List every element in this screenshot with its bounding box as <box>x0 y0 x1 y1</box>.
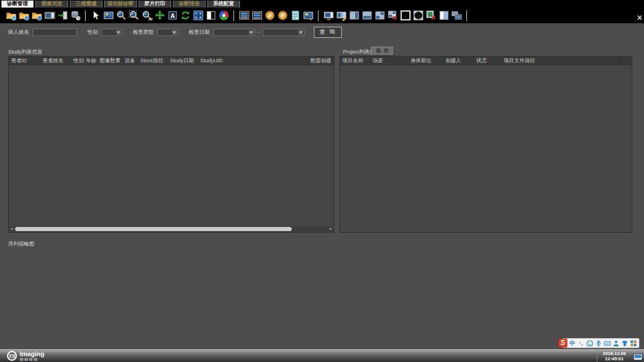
project-column-2[interactable]: 身体部位 <box>408 57 443 65</box>
save-button[interactable]: 保 存 <box>371 47 394 56</box>
scroll-thumb[interactable] <box>15 227 292 231</box>
project-table: 项目名称场景身体部位创建人状态项目文件路径 <box>339 56 632 233</box>
pan-icon[interactable] <box>153 9 166 22</box>
ime-keyboard-icon[interactable] <box>604 339 611 347</box>
layout-close-icon[interactable] <box>386 9 399 22</box>
study-column-4[interactable]: 图像数量 <box>97 57 122 65</box>
exam-type-select[interactable]: ▼ <box>157 29 178 36</box>
tab-diagnosis-management[interactable]: 诊断管理 <box>1 1 34 8</box>
cine-multi-icon[interactable] <box>450 9 463 22</box>
split-vertical-icon[interactable] <box>437 9 450 22</box>
project-column-4[interactable]: 状态 <box>474 57 501 65</box>
app-window: { "window": { "close_glyph": "✕" }, "tab… <box>0 0 644 362</box>
exam-date-label: 检查日期 <box>189 29 210 36</box>
project-column-6[interactable] <box>619 56 632 65</box>
ime-toolbox-icon[interactable] <box>630 339 637 347</box>
svg-text:x2: x2 <box>148 17 153 21</box>
study-column-5[interactable]: 设备 <box>122 57 138 65</box>
toolbar-separator <box>318 10 319 21</box>
patient-name-input[interactable] <box>33 29 77 36</box>
study-table: 患者ID患者姓名性别年龄图像数量设备Store路径Study日期StudyUID… <box>8 56 334 233</box>
chevron-down-icon: ▼ <box>172 30 177 35</box>
exam-date-to-select[interactable]: ▼ <box>263 29 305 36</box>
save-image-icon[interactable] <box>302 9 314 22</box>
taskbar-clock[interactable]: 2018.12.06 12:45:01 <box>597 350 631 362</box>
tab-diagnosis-report[interactable]: 诊断报告 <box>173 1 206 8</box>
study-column-6[interactable]: Store路径 <box>138 57 168 65</box>
query-button[interactable]: 查 询 <box>314 27 342 38</box>
roi-rectangle-icon[interactable] <box>399 9 412 22</box>
open-folder-settings-icon[interactable] <box>5 9 17 22</box>
study-column-8[interactable]: StudyUID <box>198 58 305 63</box>
scroll-right-icon[interactable]: ► <box>328 226 333 232</box>
project-column-5[interactable]: 项目文件路径 <box>501 57 619 65</box>
scroll-left-icon[interactable]: ◄ <box>9 226 14 232</box>
ime-mode-chinese-icon[interactable]: 中 <box>569 339 576 347</box>
ime-person-icon[interactable] <box>613 339 620 347</box>
export-study-icon[interactable] <box>56 9 69 22</box>
layout-monitor-icon[interactable] <box>322 9 335 22</box>
logo-subtext <box>20 358 44 361</box>
study-column-0[interactable]: 患者ID <box>9 57 40 65</box>
scroll-track[interactable] <box>14 226 328 232</box>
study-column-7[interactable]: Study日期 <box>168 57 198 65</box>
show-desktop-icon[interactable] <box>634 352 642 359</box>
ime-skin-icon[interactable] <box>621 339 628 347</box>
study-panel-title: Study列表信息 <box>8 48 43 56</box>
layout-grid-icon[interactable] <box>373 9 386 22</box>
layout-two-column-icon[interactable] <box>348 9 360 22</box>
ime-punctuation-icon[interactable]: ·, <box>578 339 585 347</box>
tab-system-config[interactable]: 系统配置 <box>207 1 240 8</box>
roi-delete-icon[interactable] <box>424 9 437 22</box>
film-view-icon[interactable] <box>43 9 56 22</box>
invert-icon[interactable] <box>204 9 217 22</box>
cine-loop-icon[interactable] <box>250 9 263 22</box>
database-archive-icon[interactable] <box>69 9 82 22</box>
open-folder-local-icon[interactable] <box>30 9 43 22</box>
exam-date-from-select[interactable]: ▼ <box>213 29 255 36</box>
exam-type-label: 检查类型 <box>133 29 154 36</box>
toolbar-separator <box>466 10 467 21</box>
color-palette-icon[interactable] <box>217 9 230 22</box>
measure-icon[interactable] <box>263 9 276 22</box>
study-column-9[interactable]: 数据创建 <box>305 57 334 65</box>
roi-ellipse-icon[interactable] <box>412 9 424 22</box>
project-column-3[interactable]: 创建人 <box>443 57 474 65</box>
study-column-2[interactable]: 性别 <box>71 57 84 65</box>
logo-monogram: TS <box>7 351 17 361</box>
fit-window-icon[interactable] <box>192 9 204 22</box>
tab-carotid-diagnosis[interactable]: 颈动脉诊断 <box>104 1 137 8</box>
close-icon[interactable]: ✕ <box>636 14 643 22</box>
tab-bar: 诊断管理图像浏览三维重建颈动脉诊断胶片打印诊断报告系统配置 <box>0 0 644 8</box>
study-table-body <box>9 65 334 232</box>
ime-emoji-icon[interactable] <box>586 339 593 347</box>
text-annotation-icon[interactable]: A <box>166 9 179 22</box>
zoom-region-icon[interactable] <box>128 9 140 22</box>
patient-name-label: 病人姓名 <box>8 29 29 36</box>
app-logo: TS Imaging <box>7 351 44 361</box>
window-level-icon[interactable] <box>102 9 115 22</box>
study-column-1[interactable]: 患者姓名 <box>40 57 71 65</box>
tab-film-print[interactable]: 胶片打印 <box>139 1 171 8</box>
ime-logo-icon[interactable]: S <box>558 339 567 347</box>
study-column-3[interactable]: 年龄 <box>84 57 97 65</box>
report-doc-icon[interactable] <box>289 9 302 22</box>
zoom-x2-icon[interactable]: x2 <box>140 9 153 22</box>
tab-3d-reconstruction[interactable]: 三维重建 <box>70 1 102 8</box>
ime-voice-icon[interactable] <box>595 339 602 347</box>
project-column-1[interactable]: 场景 <box>370 57 408 65</box>
cine-scroll-icon[interactable] <box>238 9 250 22</box>
open-folder-query-icon[interactable] <box>17 9 30 22</box>
logo-text: Imaging <box>20 351 44 357</box>
refresh-icon[interactable] <box>179 9 192 22</box>
measure-angle-icon[interactable] <box>276 9 289 22</box>
layout-monitor-edit-icon[interactable] <box>335 9 348 22</box>
tab-image-browse[interactable]: 图像浏览 <box>36 1 68 8</box>
zoom-icon[interactable] <box>115 9 128 22</box>
layout-two-row-icon[interactable] <box>360 9 373 22</box>
gender-select[interactable]: ▼ <box>101 29 122 36</box>
cursor-icon[interactable] <box>89 9 102 22</box>
gender-label: 性别 <box>87 29 98 36</box>
project-column-0[interactable]: 项目名称 <box>340 57 370 65</box>
taskbar: TS Imaging 2018.12.06 12:45:01 <box>0 349 644 362</box>
